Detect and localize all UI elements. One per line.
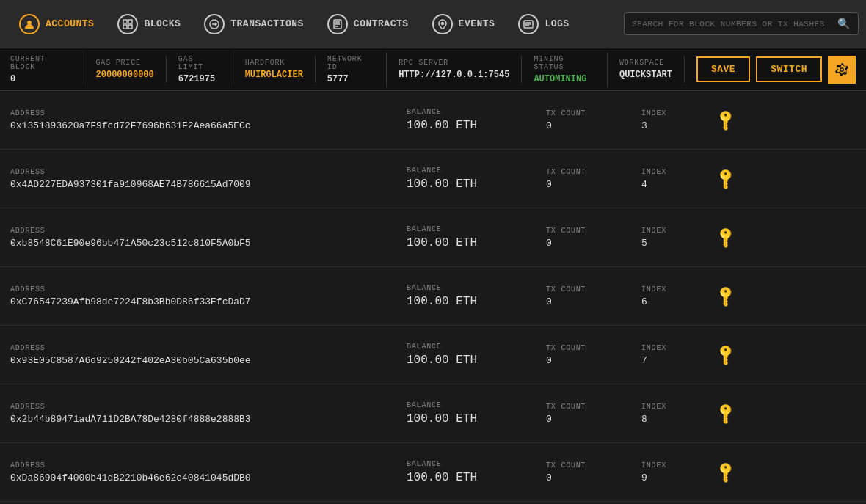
tx-count-value: 0	[546, 472, 634, 483]
blocks-icon	[117, 14, 138, 34]
hardfork-value: MUIRGLACIER	[245, 70, 303, 80]
nav-blocks[interactable]: BLOCKS	[106, 8, 192, 40]
mining-status-value: AUTOMINING	[534, 74, 595, 84]
nav-accounts-label: ACCOUNTS	[46, 18, 94, 29]
address-value: 0x1351893620a7F9fcd72F7696b631F2Aea66a5E…	[10, 120, 392, 131]
gas-limit-label: GAS LIMIT	[178, 55, 221, 71]
gas-limit-item: GAS LIMIT 6721975	[167, 52, 233, 87]
key-icon[interactable]: 🔑	[713, 166, 738, 191]
balance-section: BALANCE 100.00 ETH	[392, 460, 539, 484]
search-box: 🔍	[624, 12, 859, 35]
address-section: ADDRESS 0xb8548C61E90e96bb471A50c23c512c…	[10, 227, 392, 249]
index-section: INDEX 9	[634, 461, 707, 483]
account-row: ADDRESS 0xC76547239Afb98de7224F8b3Bb0D86…	[0, 267, 866, 326]
gas-price-item: GAS PRICE 20000000000	[84, 56, 167, 83]
network-id-item: NETWORK ID 5777	[316, 52, 387, 87]
index-value: 9	[641, 472, 707, 483]
address-value: 0x4AD227EDA937301fa910968AE74B786615Ad70…	[10, 179, 392, 190]
address-label: ADDRESS	[10, 403, 392, 411]
key-icon[interactable]: 🔑	[713, 224, 738, 250]
key-icon[interactable]: 🔑	[713, 401, 738, 426]
index-label: INDEX	[641, 344, 707, 352]
search-input[interactable]	[632, 20, 837, 29]
key-icon-section[interactable]: 🔑	[707, 228, 744, 246]
balance-section: BALANCE 100.00 ETH	[392, 343, 539, 367]
rpc-server-label: RPC SERVER	[399, 59, 509, 67]
key-icon-section[interactable]: 🔑	[707, 463, 744, 481]
tx-count-label: TX COUNT	[546, 344, 634, 352]
current-block-item: CURRENT BLOCK 0	[10, 52, 84, 87]
key-icon[interactable]: 🔑	[713, 283, 738, 309]
workspace-value: QUICKSTART	[619, 70, 672, 80]
index-label: INDEX	[641, 461, 707, 470]
index-label: INDEX	[641, 109, 707, 117]
key-icon[interactable]: 🔑	[713, 107, 738, 133]
svg-point-10	[441, 22, 443, 24]
account-row: ADDRESS 0x4AD227EDA937301fa910968AE74B78…	[0, 150, 866, 208]
address-label: ADDRESS	[10, 344, 392, 352]
index-value: 5	[641, 238, 707, 249]
network-id-value: 5777	[327, 74, 374, 84]
index-label: INDEX	[641, 403, 707, 411]
current-block-value: 0	[10, 74, 72, 84]
nav-events[interactable]: EVENTS	[421, 8, 507, 40]
address-section: ADDRESS 0xC76547239Afb98de7224F8b3Bb0D86…	[10, 285, 392, 307]
address-section: ADDRESS 0x1351893620a7F9fcd72F7696b631F2…	[10, 109, 392, 131]
index-label: INDEX	[641, 285, 707, 293]
nav-events-label: EVENTS	[459, 18, 495, 29]
address-section: ADDRESS 0x2b44b89471adA711D2BA78De4280f4…	[10, 403, 392, 425]
svg-rect-4	[128, 25, 132, 29]
balance-label: BALANCE	[407, 401, 539, 409]
switch-button[interactable]: SWITCH	[756, 56, 822, 82]
key-icon[interactable]: 🔑	[713, 342, 738, 368]
tx-count-value: 0	[546, 296, 634, 307]
balance-value: 100.00 ETH	[407, 412, 539, 426]
nav-accounts[interactable]: ACCOUNTS	[7, 8, 106, 40]
tx-count-value: 0	[546, 238, 634, 249]
balance-label: BALANCE	[407, 108, 539, 116]
nav-contracts[interactable]: CONTRACTS	[316, 8, 421, 40]
address-label: ADDRESS	[10, 168, 392, 176]
save-button[interactable]: SAVE	[696, 56, 750, 82]
key-icon-section[interactable]: 🔑	[707, 404, 744, 423]
nav-logs[interactable]: LOGS	[506, 8, 581, 40]
account-row: ADDRESS 0xDa86904f4000b41dB2210b46e62c40…	[0, 443, 866, 502]
svg-rect-2	[128, 20, 132, 23]
index-section: INDEX 5	[634, 227, 707, 249]
balance-section: BALANCE 100.00 ETH	[392, 225, 539, 249]
gas-limit-value: 6721975	[178, 74, 221, 84]
account-row: ADDRESS 0x1351893620a7F9fcd72F7696b631F2…	[0, 91, 866, 150]
hardfork-item: HARDFORK MUIRGLACIER	[233, 56, 316, 83]
tx-count-label: TX COUNT	[546, 227, 634, 235]
account-row: ADDRESS 0x2b44b89471adA711D2BA78De4280f4…	[0, 384, 866, 443]
balance-value: 100.00 ETH	[407, 295, 539, 308]
address-label: ADDRESS	[10, 285, 392, 293]
address-value: 0x93E05C8587A6d9250242f402eA30b05Ca635b0…	[10, 355, 392, 366]
key-icon-section[interactable]: 🔑	[707, 287, 744, 305]
search-button[interactable]: 🔍	[837, 18, 850, 30]
status-actions: WORKSPACE QUICKSTART SAVE SWITCH	[608, 56, 856, 84]
nav-transactions[interactable]: TRANSACTIONS	[192, 8, 316, 40]
tx-count-value: 0	[546, 120, 634, 131]
balance-section: BALANCE 100.00 ETH	[392, 167, 539, 191]
hardfork-label: HARDFORK	[245, 59, 303, 67]
tx-count-label: TX COUNT	[546, 285, 634, 293]
balance-value: 100.00 ETH	[407, 471, 539, 484]
index-section: INDEX 3	[634, 109, 707, 131]
mining-status-item: MINING STATUS AUTOMINING	[522, 52, 608, 87]
tx-count-label: TX COUNT	[546, 403, 634, 411]
rpc-server-item: RPC SERVER HTTP://127.0.0.1:7545	[387, 56, 522, 83]
index-value: 6	[641, 296, 707, 307]
key-icon[interactable]: 🔑	[713, 459, 738, 485]
tx-count-label: TX COUNT	[546, 168, 634, 176]
address-value: 0x2b44b89471adA711D2BA78De4280f4888e2888…	[10, 414, 392, 425]
current-block-label: CURRENT BLOCK	[10, 55, 72, 71]
key-icon-section[interactable]: 🔑	[707, 169, 744, 188]
settings-button[interactable]	[828, 56, 856, 84]
accounts-icon	[19, 14, 40, 34]
tx-count-label: TX COUNT	[546, 461, 634, 470]
key-icon-section[interactable]: 🔑	[707, 111, 744, 129]
tx-count-section: TX COUNT 0	[539, 227, 634, 249]
tx-count-section: TX COUNT 0	[539, 285, 634, 307]
key-icon-section[interactable]: 🔑	[707, 346, 744, 364]
